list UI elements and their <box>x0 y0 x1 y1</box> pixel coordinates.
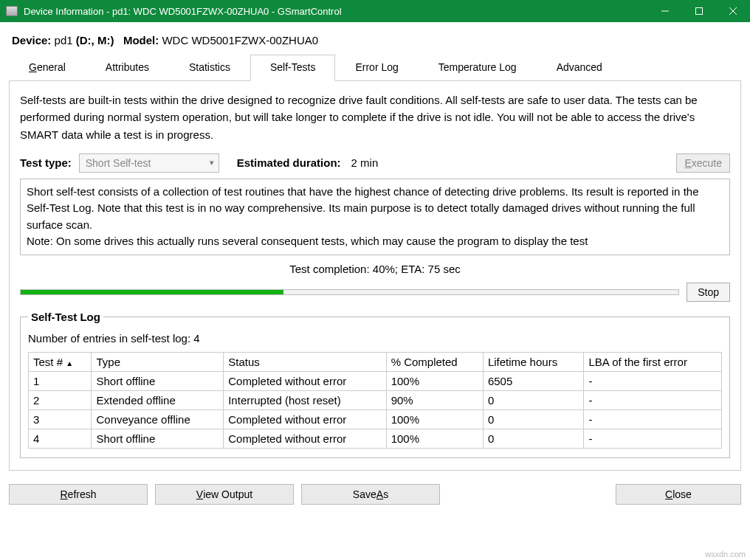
svg-rect-1 <box>696 8 703 15</box>
col-lba[interactable]: LBA of the first error <box>584 352 722 371</box>
device-info-line: Device: pd1 (D:, M:) Model: WDC WD5001FZ… <box>12 34 741 46</box>
sort-asc-icon: ▲ <box>66 359 73 367</box>
table-cell: 3 <box>29 409 92 429</box>
table-cell: Extended offline <box>92 390 224 409</box>
device-label: Device: <box>12 34 51 46</box>
tab-panel: Self-tests are built-in tests within the… <box>9 81 741 471</box>
maximize-button[interactable] <box>682 0 716 22</box>
test-type-value: Short Self-test <box>86 157 151 169</box>
table-cell: Completed without error <box>224 371 386 390</box>
stop-button[interactable]: Stop <box>687 283 730 302</box>
table-cell: 100% <box>386 429 483 448</box>
table-row[interactable]: 4Short offlineCompleted without error100… <box>29 429 722 448</box>
estimated-duration-value: 2 min <box>351 156 379 169</box>
table-cell: Interrupted (host reset) <box>224 390 386 409</box>
test-type-label: Test type: <box>20 156 72 169</box>
table-row[interactable]: 2Extended offlineInterrupted (host reset… <box>29 390 722 409</box>
tab-attributes[interactable]: Attributes <box>86 55 169 81</box>
save-as-button[interactable]: Save As <box>301 484 440 505</box>
device-id: pd1 <box>55 34 73 46</box>
progress-label: Test completion: 40%; ETA: 75 sec <box>289 263 461 275</box>
tab-self-tests[interactable]: Self-Tests <box>250 55 335 81</box>
test-type-select[interactable]: Short Self-test ▾ <box>79 153 219 173</box>
self-test-log-group: Self-Test Log Number of entries in self-… <box>20 311 730 458</box>
progress-bar <box>20 289 679 295</box>
self-tests-description: Self-tests are built-in tests within the… <box>20 91 730 143</box>
table-cell: Short offline <box>92 371 224 390</box>
view-output-button[interactable]: View Output <box>155 484 294 505</box>
device-mounts: (D:, M:) <box>76 34 114 46</box>
col-lifetime[interactable]: Lifetime hours <box>483 352 584 371</box>
table-cell: 100% <box>386 409 483 429</box>
close-dialog-button[interactable]: Close <box>616 484 741 505</box>
table-cell: 0 <box>483 390 584 409</box>
table-cell: - <box>584 390 722 409</box>
tab-bar: General Attributes Statistics Self-Tests… <box>9 54 741 81</box>
window-title: Device Information - pd1: WDC WD5001FZWX… <box>24 6 648 17</box>
estimated-duration-label: Estimated duration: <box>237 156 341 169</box>
table-row[interactable]: 3Conveyance offlineCompleted without err… <box>29 409 722 429</box>
table-cell: 100% <box>386 371 483 390</box>
table-cell: 0 <box>483 409 584 429</box>
table-cell: 6505 <box>483 371 584 390</box>
model-label: Model: <box>123 34 159 46</box>
table-row[interactable]: 1Short offlineCompleted without error100… <box>29 371 722 390</box>
app-icon <box>6 6 18 16</box>
close-button[interactable] <box>716 0 750 22</box>
table-cell: 90% <box>386 390 483 409</box>
table-cell: 0 <box>483 429 584 448</box>
progress-fill <box>21 290 283 294</box>
tab-temperature-log[interactable]: Temperature Log <box>419 55 537 81</box>
footer-buttons: Refresh View Output Save As Close <box>0 477 750 515</box>
table-cell: Short offline <box>92 429 224 448</box>
table-cell: Completed without error <box>224 429 386 448</box>
table-cell: 2 <box>29 390 92 409</box>
col-completed[interactable]: % Completed <box>386 352 483 371</box>
col-status[interactable]: Status <box>224 352 386 371</box>
table-cell: Completed without error <box>224 409 386 429</box>
table-cell: Conveyance offline <box>92 409 224 429</box>
table-cell: - <box>584 371 722 390</box>
col-type[interactable]: Type <box>92 352 224 371</box>
log-entry-count: Number of entries in self-test log: 4 <box>28 332 722 345</box>
test-description-box: Short self-test consists of a collection… <box>20 179 730 255</box>
tab-advanced[interactable]: Advanced <box>537 55 622 81</box>
self-test-log-table: Test # ▲ Type Status % Completed Lifetim… <box>28 352 722 449</box>
minimize-button[interactable] <box>648 0 682 22</box>
col-test-num[interactable]: Test # ▲ <box>29 352 92 371</box>
table-cell: 4 <box>29 429 92 448</box>
tab-statistics[interactable]: Statistics <box>169 55 250 81</box>
table-cell: - <box>584 429 722 448</box>
self-test-log-legend: Self-Test Log <box>28 311 103 323</box>
title-bar: Device Information - pd1: WDC WD5001FZWX… <box>0 0 750 22</box>
chevron-down-icon: ▾ <box>210 158 214 167</box>
tab-general[interactable]: General <box>9 55 86 81</box>
execute-button[interactable]: Execute <box>676 153 730 173</box>
table-cell: - <box>584 409 722 429</box>
table-cell: 1 <box>29 371 92 390</box>
model-value: WDC WD5001FZWX-00ZHUA0 <box>162 34 318 46</box>
refresh-button[interactable]: Refresh <box>9 484 148 505</box>
tab-error-log[interactable]: Error Log <box>335 55 418 81</box>
